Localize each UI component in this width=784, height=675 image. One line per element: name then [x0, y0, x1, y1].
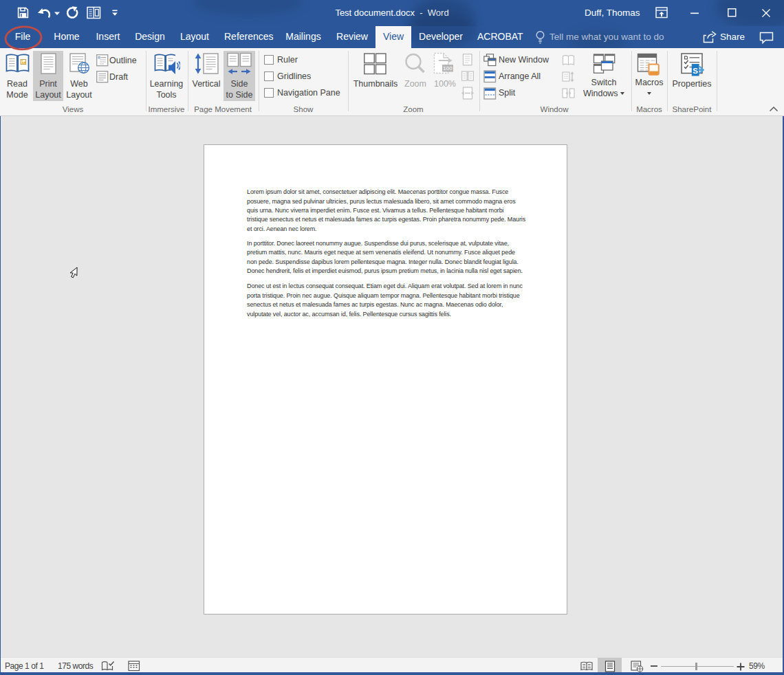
svg-text:S: S — [693, 67, 698, 75]
svg-text:100: 100 — [443, 65, 453, 71]
